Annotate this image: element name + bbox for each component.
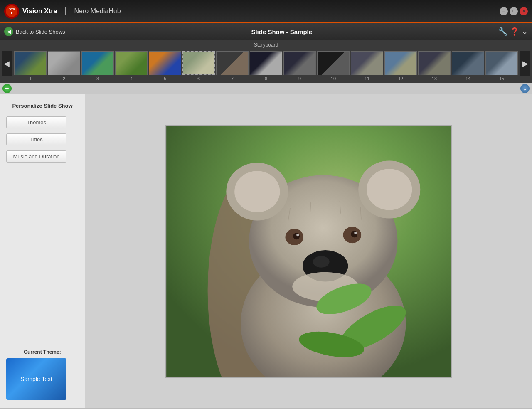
strip-item-number: 13 (432, 76, 437, 81)
slide-preview-image (165, 125, 452, 378)
strip-item-11[interactable]: 11 (351, 51, 383, 81)
strip-item-8[interactable]: 8 (250, 51, 282, 81)
storyboard-label: Storyboard (0, 42, 532, 48)
svg-point-10 (367, 169, 412, 210)
window-controls: ─ □ ✕ (500, 7, 528, 15)
strip-item-7[interactable]: 7 (216, 51, 249, 81)
storyboard-strip: ◀ 123456789101112131415 ▶ (0, 49, 532, 83)
themes-button[interactable]: Themes (6, 116, 66, 128)
strip-item-number: 1 (29, 76, 32, 81)
titles-button[interactable]: Titles (6, 133, 66, 145)
strip-item-13[interactable]: 13 (418, 51, 451, 81)
back-arrow-icon: ◀ (4, 27, 13, 36)
strip-item-10[interactable]: 10 (317, 51, 350, 81)
personalize-title: Personalize Slide Show (6, 103, 79, 109)
app-name: Vision Xtra (22, 7, 57, 15)
current-theme-label: Current Theme: (6, 349, 79, 355)
strip-item-15[interactable]: 15 (485, 51, 518, 81)
tools-icon[interactable]: 🔧 (498, 27, 507, 36)
strip-item-number: 15 (499, 76, 504, 81)
close-button[interactable]: ✕ (520, 7, 528, 15)
top-nav: ◀ Back to Slide Shows Slide Show - Sampl… (0, 23, 532, 40)
collapse-storyboard-button[interactable]: ⌄ (520, 84, 530, 93)
svg-point-8 (234, 171, 280, 212)
strip-item-14[interactable]: 14 (452, 51, 484, 81)
nav-right-icons: 🔧 ❓ ⌄ (498, 27, 528, 36)
nero-logo-icon: nero ▶ (4, 4, 19, 19)
slideshow-title: Slide Show - Sample (69, 28, 494, 35)
strip-item-number: 4 (130, 76, 133, 81)
svg-point-16 (354, 232, 357, 234)
title-separator: | (64, 6, 66, 16)
strip-item-number: 14 (466, 76, 470, 81)
strip-item-number: 12 (398, 76, 403, 81)
app-logo: nero ▶ Vision Xtra | Nero MediaHub (4, 4, 121, 19)
mediahub-label: Nero MediaHub (74, 7, 121, 15)
strip-item-number: 11 (365, 76, 369, 81)
svg-point-18 (313, 256, 329, 267)
back-to-slideshows-button[interactable]: ◀ Back to Slide Shows (4, 27, 65, 36)
strip-item-number: 9 (298, 76, 301, 81)
svg-text:▶: ▶ (11, 12, 13, 14)
strip-item-number: 6 (197, 76, 200, 81)
preview-area (85, 94, 532, 408)
strip-item-2[interactable]: 2 (48, 51, 80, 81)
titlebar: nero ▶ Vision Xtra | Nero MediaHub ─ □ ✕ (0, 0, 532, 23)
minimize-button[interactable]: ─ (500, 7, 508, 15)
strip-scroll-right-button[interactable]: ▶ (520, 51, 530, 76)
storyboard-area: Storyboard ◀ 123456789101112131415 ▶ (0, 40, 532, 83)
strip-item-number: 2 (63, 76, 65, 81)
music-duration-button[interactable]: Music and Duration (6, 150, 66, 163)
strip-item-1[interactable]: 1 (14, 51, 47, 81)
strip-scroll-left-button[interactable]: ◀ (2, 51, 12, 76)
strip-item-number: 3 (96, 76, 99, 81)
strip-item-6[interactable]: 6 (182, 51, 215, 81)
theme-preview-box: Sample Text (6, 358, 66, 400)
strip-item-number: 7 (231, 76, 234, 81)
maximize-button[interactable]: □ (510, 7, 518, 15)
strip-item-12[interactable]: 12 (384, 51, 417, 81)
sidebar: Personalize Slide Show Themes Titles Mus… (0, 94, 85, 408)
svg-text:nero: nero (8, 7, 15, 10)
strip-item-number: 10 (331, 76, 336, 81)
expand-icon[interactable]: ⌄ (522, 27, 528, 36)
svg-point-15 (296, 234, 299, 236)
strip-item-4[interactable]: 4 (115, 51, 148, 81)
strip-item-5[interactable]: 5 (149, 51, 181, 81)
strip-item-number: 5 (164, 76, 166, 81)
strip-item-number: 8 (265, 76, 267, 81)
strip-item-9[interactable]: 9 (283, 51, 316, 81)
theme-sample-text: Sample Text (20, 376, 52, 382)
svg-point-13 (293, 233, 300, 239)
back-label: Back to Slide Shows (16, 29, 65, 35)
koala-svg (166, 126, 451, 377)
help-icon[interactable]: ❓ (510, 27, 519, 36)
strip-item-3[interactable]: 3 (81, 51, 114, 81)
strip-items-container: 123456789101112131415 (12, 51, 520, 81)
svg-point-14 (351, 231, 357, 237)
add-slide-button[interactable]: + (2, 84, 12, 93)
strip-controls-bar: + ⌄ (0, 83, 532, 94)
main-content: Personalize Slide Show Themes Titles Mus… (0, 94, 532, 408)
